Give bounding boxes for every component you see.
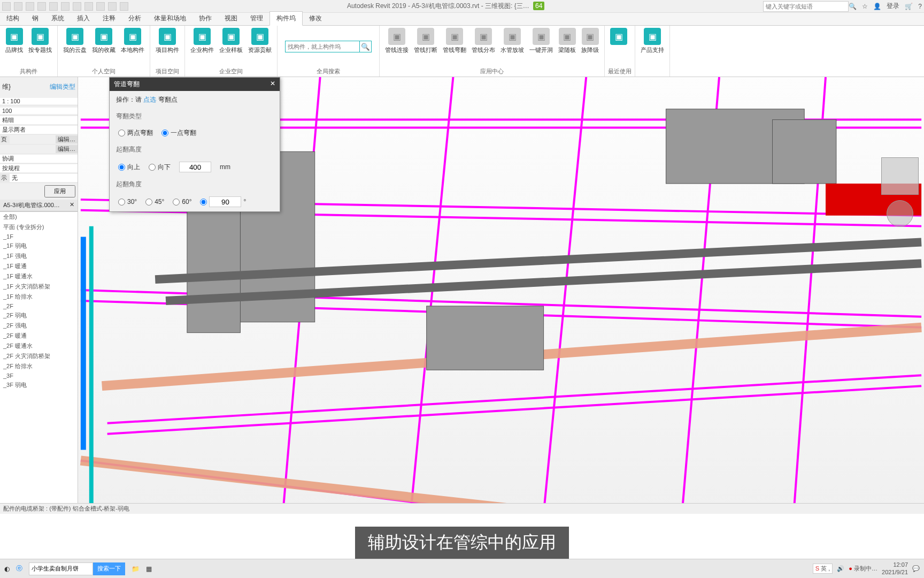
qat-redo-icon[interactable]	[37, 2, 46, 11]
notification-icon[interactable]: 💬	[912, 565, 920, 572]
clock[interactable]: 12:072021/9/21	[882, 561, 908, 575]
radio-option[interactable]: 45°	[145, 198, 164, 206]
component-search-input[interactable]	[285, 41, 360, 52]
property-row[interactable]: 按规程	[0, 164, 78, 173]
taskbar-search-input[interactable]	[29, 562, 93, 575]
menu-tab[interactable]: 构件坞	[270, 11, 303, 26]
browser-item[interactable]: _3F 弱电	[0, 380, 78, 390]
browser-item[interactable]: _1F 暖通	[0, 261, 78, 271]
tray-icon[interactable]: 🔊	[837, 565, 844, 572]
close-icon[interactable]: ✕	[270, 80, 275, 89]
radio-option[interactable]: 向上	[118, 163, 140, 172]
qat-section-icon[interactable]	[84, 2, 93, 11]
browser-item[interactable]: _1F 强电	[0, 251, 78, 261]
property-row[interactable]: 1 : 100	[0, 96, 78, 106]
menu-tab[interactable]: 钢	[26, 12, 45, 25]
property-row[interactable]: 示无	[0, 173, 78, 183]
ribbon-button[interactable]: ▣项目构件	[153, 27, 181, 66]
ime-indicator[interactable]: S 英 ,	[813, 564, 833, 574]
ribbon-button[interactable]: ▣水管放坡	[498, 27, 526, 66]
browser-item[interactable]: _2F	[0, 302, 78, 310]
project-browser[interactable]: 全部)平面 (专业拆分)_1F_1F 弱电_1F 强电_1F 暖通_1F 暖通水…	[0, 211, 78, 514]
recording-indicator[interactable]: ● 录制中…	[849, 565, 877, 573]
property-row[interactable]: 协调	[0, 154, 78, 164]
view-cube[interactable]	[881, 157, 919, 195]
qat-open-icon[interactable]	[2, 2, 11, 11]
browser-item[interactable]: _1F 暖通水	[0, 271, 78, 282]
title-search-input[interactable]	[763, 1, 849, 12]
ribbon-button[interactable]: ▣一键开洞	[527, 27, 555, 66]
browser-item[interactable]: _3F	[0, 371, 78, 380]
close-icon[interactable]: ✕	[70, 201, 74, 209]
ribbon-button[interactable]: ▣产品支持	[638, 27, 666, 74]
browser-item[interactable]: 全部)	[0, 212, 78, 222]
start-icon[interactable]: ◐	[4, 565, 10, 573]
property-row[interactable]: 页编辑…	[0, 135, 78, 144]
browser-item[interactable]: _1F	[0, 232, 78, 241]
browser-item[interactable]: _1F 给排水	[0, 292, 78, 302]
menu-tab[interactable]: 协作	[192, 12, 218, 25]
edit-button[interactable]: 编辑…	[56, 135, 78, 143]
browser-item[interactable]: _1F 弱电	[0, 241, 78, 251]
app-icon[interactable]: ▦	[146, 565, 152, 573]
height-input[interactable]	[179, 162, 211, 172]
project-browser-tab[interactable]: A5-3#机电管综.000…✕	[0, 200, 78, 211]
browser-item[interactable]: 平面 (专业拆分)	[0, 222, 78, 232]
ribbon-button[interactable]: ▣企业构件	[188, 27, 216, 66]
ribbon-button[interactable]: ▣企业样板	[217, 27, 245, 66]
ribbon-button[interactable]: ▣我的收藏	[90, 27, 118, 66]
qat-switch-icon[interactable]	[120, 2, 128, 11]
ribbon-button[interactable]: ▣梁随板	[556, 27, 578, 66]
menu-tab[interactable]: 插入	[71, 12, 96, 25]
radio-option[interactable]: 向下	[149, 163, 171, 172]
property-row[interactable]: 精细	[0, 116, 78, 125]
select-point-link[interactable]: 点选	[143, 96, 156, 103]
ribbon-button[interactable]: ▣按专题找	[26, 27, 54, 66]
qat-settings-icon[interactable]	[108, 2, 117, 11]
radio-option[interactable]: 一点弯翻	[161, 128, 196, 138]
panel-title-bar[interactable]: 管道弯翻✕	[110, 78, 280, 91]
ribbon-button[interactable]: ▣资源贡献	[246, 27, 274, 66]
search-icon[interactable]: 🔍	[360, 41, 372, 52]
ribbon-button[interactable]: ▣管线打断	[412, 27, 440, 66]
qat-undo-icon[interactable]	[26, 2, 34, 11]
login-link[interactable]: 登录	[887, 2, 899, 11]
edit-type-button[interactable]: 编辑类型	[50, 82, 75, 92]
qat-save-icon[interactable]	[14, 2, 22, 11]
ribbon-button[interactable]: ▣管线连接	[383, 27, 411, 66]
qat-measure-icon[interactable]	[61, 2, 70, 11]
ribbon-button[interactable]: ▣我的云盘	[61, 27, 89, 66]
menu-tab[interactable]: 体量和场地	[148, 12, 192, 25]
angle-input[interactable]	[209, 196, 241, 207]
nav-wheel[interactable]	[887, 200, 913, 227]
menu-tab[interactable]: 系统	[45, 12, 71, 25]
qat-sync-icon[interactable]	[96, 2, 105, 11]
folder-icon[interactable]: 📁	[132, 565, 140, 573]
help-icon[interactable]: ?	[918, 3, 922, 10]
taskbar-search-button[interactable]: 搜索一下	[93, 562, 125, 575]
radio-option[interactable]: 两点弯翻	[118, 128, 153, 138]
radio-option[interactable]: °	[200, 196, 246, 207]
ribbon-button[interactable]: ▣	[608, 27, 629, 66]
menu-tab[interactable]: 管理	[244, 12, 270, 25]
property-row[interactable]: 编辑…	[0, 144, 78, 154]
radio-option[interactable]: 60°	[173, 198, 191, 206]
property-row[interactable]: 100	[0, 106, 78, 116]
browser-item[interactable]: _2F 暖通水	[0, 341, 78, 351]
ribbon-button[interactable]: ▣管线分布	[469, 27, 497, 66]
ribbon-button[interactable]: ▣品牌找	[3, 27, 25, 66]
browser-item[interactable]: _2F 暖通	[0, 331, 78, 341]
ribbon-button[interactable]: ▣管线弯翻	[441, 27, 468, 66]
browser-icon[interactable]: ⓔ	[16, 564, 22, 573]
edit-button[interactable]: 编辑…	[56, 145, 78, 153]
browser-item[interactable]: _1F 火灾消防桥架	[0, 282, 78, 292]
qat-align-icon[interactable]	[73, 2, 81, 11]
property-row[interactable]: 显示两者	[0, 125, 78, 135]
radio-option[interactable]: 30°	[118, 198, 137, 206]
menu-tab[interactable]: 注释	[96, 12, 122, 25]
menu-tab[interactable]: 视图	[218, 12, 244, 25]
browser-item[interactable]: _2F 弱电	[0, 310, 78, 321]
menu-tab[interactable]: 分析	[122, 12, 148, 25]
qat-print-icon[interactable]	[49, 2, 58, 11]
star-icon[interactable]: ☆	[862, 3, 868, 10]
